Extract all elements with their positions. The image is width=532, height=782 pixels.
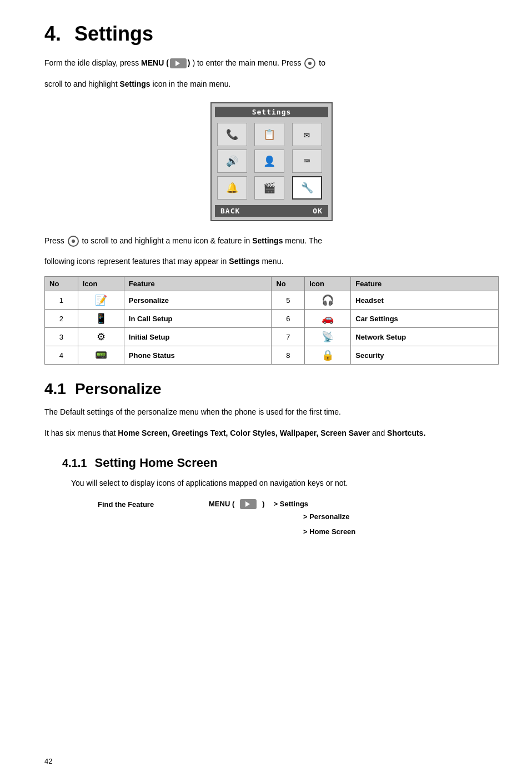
cell-feature1-r3: Initial Setup — [124, 328, 272, 346]
table-row: 4 📟 Phone Status 8 🔒 Security — [45, 346, 499, 365]
device-icon-2: 📋 — [254, 123, 284, 146]
chapter-number: 4. — [44, 22, 61, 46]
nav-paragraph-1: Press to scroll to and highlight a menu … — [44, 235, 499, 248]
menu-label: MENU ( — [209, 500, 234, 508]
section-411-title: Setting Home Screen — [94, 456, 217, 470]
cell-no2-r4: 8 — [272, 346, 305, 365]
path3: > Home Screen — [209, 524, 355, 539]
menu-close: ) — [262, 500, 264, 508]
device-bottom-bar: BACK OK — [215, 205, 328, 217]
cell-icon1-r2: 📱 — [78, 310, 124, 328]
chapter-title: Settings — [74, 22, 153, 46]
menu-icon — [170, 58, 187, 68]
device-icon-3: ✉ — [292, 123, 322, 146]
cell-feature2-r1: Headset — [351, 291, 499, 310]
th-icon2: Icon — [305, 277, 351, 291]
table-body: 1 📝 Personalize 5 🎧 Headset 2 📱 In Call … — [45, 291, 499, 365]
nav-icon-2 — [68, 236, 79, 247]
section-411-number: 4.1.1 — [62, 457, 87, 470]
device-icon-9: 🔧 — [292, 176, 322, 200]
nav-text-2b: menu. — [260, 257, 284, 266]
section-411-body: You will select to display icons of appl… — [71, 477, 499, 539]
cell-icon1-r1: 📝 — [78, 291, 124, 310]
cell-no1-r3: 3 — [45, 328, 78, 346]
section-41-text2-end: and — [370, 429, 387, 437]
cell-feature1-r2: In Call Setup — [124, 310, 272, 328]
table-row: 1 📝 Personalize 5 🎧 Headset — [45, 291, 499, 310]
intro-paragraph-1: Form the idle display, press MENU () ) t… — [44, 57, 499, 70]
table-row: 2 📱 In Call Setup 6 🚗 Car Settings — [45, 310, 499, 328]
table-row: 3 ⚙ Initial Setup 7 📡 Network Setup — [45, 328, 499, 346]
find-feature-label: Find the Feature — [98, 499, 209, 509]
section-41-para2: It has six menus that Home Screen, Greet… — [44, 427, 499, 440]
find-feature-content: MENU ( ) > Settings > Personalize > Home… — [209, 499, 355, 540]
cell-no2-r2: 6 — [272, 310, 305, 328]
cell-no2-r3: 7 — [272, 328, 305, 346]
nav-settings-bold: Settings — [252, 236, 283, 245]
nav-text-1c: menu. The — [283, 236, 322, 245]
menu-icon-find — [240, 499, 257, 509]
device-icon-8: 🎬 — [254, 176, 284, 200]
section-411-heading: 4.1.1 Setting Home Screen — [62, 456, 499, 470]
cell-icon2-r3: 📡 — [305, 328, 351, 346]
chapter-heading: 4. Settings — [44, 22, 499, 46]
cell-no1-r4: 4 — [45, 346, 78, 365]
page-number: 42 — [44, 757, 52, 765]
table-header-row: No Icon Feature No Icon Feature — [45, 277, 499, 291]
section-411-para1: You will select to display icons of appl… — [71, 477, 499, 490]
path1: > Settings — [274, 500, 309, 508]
intro-scroll-text: scroll to and highlight — [44, 79, 119, 88]
cell-feature2-r3: Network Setup — [351, 328, 499, 346]
device-icon-5: 👤 — [254, 150, 284, 173]
section-41-number: 4.1 — [44, 380, 66, 398]
device-screenshot: Settings 📞 📋 ✉ 🔊 👤 ⌨ 🔔 🎬 🔧 BACK OK — [44, 102, 499, 221]
find-feature-table: Find the Feature MENU ( ) > Settings > P… — [98, 499, 499, 540]
intro-menu-bold: MENU ( — [141, 58, 169, 67]
find-feature-menu-row: MENU ( ) > Settings — [209, 499, 355, 509]
section-41-text2-last: Shortcuts. — [387, 429, 425, 437]
intro-text-1: Form the idle display, press — [44, 58, 141, 67]
section-41-para1: The Default settings of the personalize … — [44, 406, 499, 419]
th-icon1: Icon — [78, 277, 124, 291]
section-41-title: Personalize — [75, 380, 162, 398]
intro-text-1b: ) to enter the main menu. Press — [192, 58, 301, 67]
nav-text-1b: to scroll to and highlight a menu icon &… — [82, 236, 253, 245]
intro-to: to — [319, 58, 325, 67]
section-41-text1: The Default settings of the personalize … — [44, 407, 341, 416]
th-no1: No — [45, 277, 78, 291]
th-feature2: Feature — [351, 277, 499, 291]
nav-paragraph-2: following icons represent features that … — [44, 255, 499, 268]
device-icon-4: 🔊 — [217, 150, 247, 173]
device-screen: Settings 📞 📋 ✉ 🔊 👤 ⌨ 🔔 🎬 🔧 BACK OK — [210, 102, 333, 221]
device-icon-7: 🔔 — [217, 176, 247, 200]
cell-icon2-r2: 🚗 — [305, 310, 351, 328]
section-41-text2-start: It has six menus that — [44, 429, 118, 437]
section-41-heading: 4.1 Personalize — [44, 380, 499, 398]
path2: > Personalize — [209, 509, 355, 524]
device-ok-label: OK — [313, 207, 323, 215]
section-41-text2-items: Home Screen, Greetings Text, Color Style… — [118, 429, 370, 437]
settings-table: No Icon Feature No Icon Feature 1 📝 Pers… — [44, 276, 499, 365]
nav-scroll-icon — [304, 58, 315, 69]
cell-feature1-r4: Phone Status — [124, 346, 272, 365]
cell-feature2-r2: Car Settings — [351, 310, 499, 328]
nav-text-1: Press — [44, 236, 64, 245]
cell-icon2-r4: 🔒 — [305, 346, 351, 365]
nav-settings-bold2: Settings — [229, 257, 259, 266]
section-411-text1: You will select to display icons of appl… — [71, 479, 348, 487]
intro-menu-close: ) — [188, 58, 190, 67]
cell-no1-r1: 1 — [45, 291, 78, 310]
nav-text-2: following icons represent features that … — [44, 257, 229, 266]
device-title: Settings — [215, 107, 328, 117]
device-icon-1: 📞 — [217, 123, 247, 146]
device-icon-6: ⌨ — [292, 150, 322, 173]
cell-feature1-r1: Personalize — [124, 291, 272, 310]
intro-paragraph-2: scroll to and highlight Settings icon in… — [44, 78, 499, 91]
find-feature-path: > Personalize > Home Screen — [209, 509, 355, 540]
th-no2: No — [272, 277, 305, 291]
cell-icon1-r3: ⚙ — [78, 328, 124, 346]
cell-feature2-r4: Security — [351, 346, 499, 365]
cell-no1-r2: 2 — [45, 310, 78, 328]
cell-no2-r1: 5 — [272, 291, 305, 310]
cell-icon1-r4: 📟 — [78, 346, 124, 365]
